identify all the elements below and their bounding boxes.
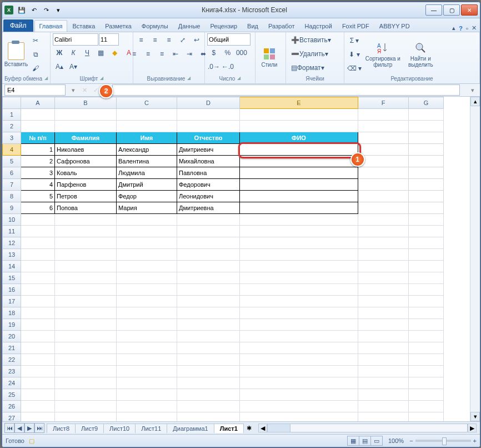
cell-C24[interactable] — [117, 377, 177, 389]
cell-F12[interactable] — [358, 237, 409, 249]
cell-D7[interactable]: Федорович — [177, 179, 240, 191]
cell-G20[interactable] — [409, 331, 444, 342]
cell-F23[interactable] — [358, 366, 409, 377]
bold-button[interactable]: Ж — [53, 46, 66, 59]
close-button[interactable]: ✕ — [461, 4, 478, 16]
cell-F6[interactable] — [358, 167, 409, 179]
col-header-E[interactable]: E — [240, 97, 358, 109]
clipboard-launcher-icon[interactable]: ◢ — [44, 76, 48, 82]
format-cells-button[interactable]: ▤ Формат ▾ — [288, 61, 327, 74]
scroll-left-icon[interactable]: ◀ — [258, 424, 267, 432]
cell-G18[interactable] — [409, 307, 444, 319]
cut-button[interactable]: ✂ — [29, 34, 42, 47]
cell-B27[interactable] — [55, 412, 117, 422]
row-header-26[interactable]: 26 — [3, 401, 21, 412]
ribbon-tab-1[interactable]: Вставка — [67, 20, 100, 32]
sheet-tab-2[interactable]: Лист10 — [103, 424, 136, 433]
cell-D19[interactable] — [177, 319, 240, 331]
fill-button[interactable]: ⬇ ▾ — [347, 48, 362, 61]
cell-B25[interactable] — [55, 389, 117, 401]
alignment-launcher-icon[interactable]: ◢ — [187, 76, 191, 82]
row-header-8[interactable]: 8 — [3, 191, 21, 202]
cell-B3[interactable]: Фамилия — [55, 132, 117, 144]
cell-A18[interactable] — [21, 307, 55, 319]
cell-E19[interactable] — [240, 319, 358, 331]
cell-D23[interactable] — [177, 366, 240, 377]
cell-E25[interactable] — [240, 389, 358, 401]
cell-C26[interactable] — [117, 401, 177, 412]
cell-D24[interactable] — [177, 377, 240, 389]
delete-cells-button[interactable]: ➖ Удалить ▾ — [288, 47, 331, 61]
cell-B13[interactable] — [55, 249, 117, 261]
cell-E21[interactable] — [240, 342, 358, 354]
maximize-button[interactable]: ▢ — [443, 4, 460, 16]
row-header-12[interactable]: 12 — [3, 237, 21, 249]
cell-C12[interactable] — [117, 237, 177, 249]
cell-F13[interactable] — [358, 249, 409, 261]
cell-D1[interactable] — [177, 109, 240, 121]
row-header-9[interactable]: 9 — [3, 202, 21, 214]
cell-A6[interactable]: 3 — [21, 167, 55, 179]
cell-D14[interactable] — [177, 261, 240, 272]
font-size-input[interactable] — [99, 33, 119, 46]
cell-C25[interactable] — [117, 389, 177, 401]
zoom-out-button[interactable]: − — [409, 437, 413, 444]
cell-B7[interactable]: Парфенов — [55, 179, 117, 191]
col-header-B[interactable]: B — [55, 97, 117, 109]
cell-B21[interactable] — [55, 342, 117, 354]
cell-D16[interactable] — [177, 284, 240, 296]
cell-G3[interactable] — [409, 132, 444, 144]
cell-E26[interactable] — [240, 401, 358, 412]
decrease-decimal-button[interactable]: ←.0 — [221, 60, 234, 73]
cell-A19[interactable] — [21, 319, 55, 331]
find-select-button[interactable]: Найти и выделить — [403, 37, 438, 72]
cell-B24[interactable] — [55, 377, 117, 389]
row-header-4[interactable]: 4 — [3, 144, 21, 156]
cell-C3[interactable]: Имя — [117, 132, 177, 144]
cancel-formula-icon[interactable]: ✕ — [79, 85, 90, 95]
italic-button[interactable]: К — [67, 46, 80, 59]
cell-D15[interactable] — [177, 272, 240, 284]
cell-B15[interactable] — [55, 272, 117, 284]
qat-customize-icon[interactable]: ▾ — [53, 5, 63, 15]
page-layout-view-button[interactable]: ▤ — [359, 436, 371, 446]
cell-C23[interactable] — [117, 366, 177, 377]
macro-record-icon[interactable]: ▢ — [29, 437, 34, 445]
align-top-button[interactable]: ≡ — [134, 33, 148, 47]
cell-D17[interactable] — [177, 296, 240, 307]
row-header-23[interactable]: 23 — [3, 366, 21, 377]
undo-button[interactable]: ↶ — [29, 5, 39, 15]
col-header-G[interactable]: G — [409, 97, 444, 109]
cell-A17[interactable] — [21, 296, 55, 307]
cell-D8[interactable]: Леонидович — [177, 191, 240, 202]
row-header-13[interactable]: 13 — [3, 249, 21, 261]
cell-E5[interactable] — [240, 156, 358, 167]
clear-button[interactable]: ⌫ ▾ — [347, 62, 362, 75]
row-header-3[interactable]: 3 — [3, 132, 21, 144]
cell-E17[interactable] — [240, 296, 358, 307]
col-header-D[interactable]: D — [177, 97, 240, 109]
row-header-10[interactable]: 10 — [3, 214, 21, 226]
scroll-right-icon[interactable]: ▶ — [468, 424, 477, 432]
cell-B17[interactable] — [55, 296, 117, 307]
cell-A4[interactable]: 1 — [21, 144, 55, 156]
cell-E23[interactable] — [240, 366, 358, 377]
cell-A20[interactable] — [21, 331, 55, 342]
align-right-button[interactable]: ≡ — [155, 47, 168, 61]
cell-C14[interactable] — [117, 261, 177, 272]
sort-filter-button[interactable]: AЯ Сортировка и фильтр — [363, 37, 402, 72]
col-header-F[interactable]: F — [358, 97, 409, 109]
cell-F25[interactable] — [358, 389, 409, 401]
orientation-button[interactable]: ⤢ — [176, 33, 189, 47]
row-header-2[interactable]: 2 — [3, 121, 21, 132]
cell-D11[interactable] — [177, 226, 240, 237]
cell-F20[interactable] — [358, 331, 409, 342]
row-header-20[interactable]: 20 — [3, 331, 21, 342]
cell-A10[interactable] — [21, 214, 55, 226]
cell-G27[interactable] — [409, 412, 444, 422]
cell-D12[interactable] — [177, 237, 240, 249]
increase-font-button[interactable]: A▴ — [53, 60, 66, 73]
cell-B4[interactable]: Николаев — [55, 144, 117, 156]
comma-button[interactable]: 000 — [235, 46, 248, 59]
grid[interactable]: ABCDEFG123№ п/пФамилияИмяОтчествоФИО41Ни… — [2, 97, 470, 421]
